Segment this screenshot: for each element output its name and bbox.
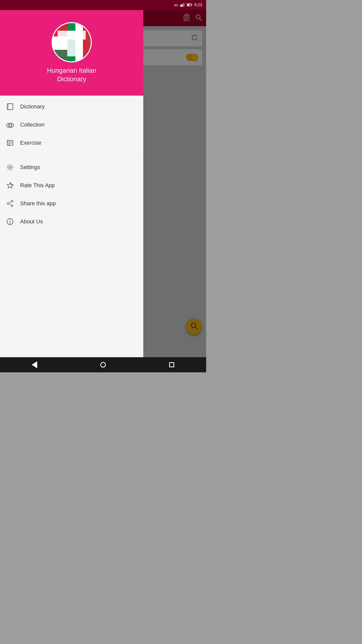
signal-icon bbox=[180, 3, 185, 8]
svg-point-30 bbox=[9, 166, 11, 168]
drawer-menu: Dictionary Collection bbox=[0, 96, 143, 357]
svg-rect-0 bbox=[180, 5, 181, 7]
menu-item-settings[interactable]: Settings bbox=[0, 158, 143, 176]
t-vertical bbox=[67, 31, 76, 56]
menu-item-about[interactable]: About Us bbox=[0, 213, 143, 231]
svg-point-40 bbox=[10, 220, 11, 221]
menu-divider bbox=[0, 155, 143, 155]
drawer-overlay[interactable] bbox=[143, 10, 206, 372]
battery-icon: ⚡ bbox=[187, 3, 192, 7]
settings-label: Settings bbox=[20, 164, 40, 171]
app-logo bbox=[52, 22, 92, 62]
back-icon bbox=[32, 361, 37, 368]
status-bar: 4G ⚡ 9:23 bbox=[0, 0, 206, 10]
exercise-icon bbox=[6, 139, 14, 147]
svg-point-22 bbox=[8, 124, 10, 126]
svg-rect-1 bbox=[182, 4, 183, 7]
home-button[interactable] bbox=[96, 360, 111, 370]
svg-line-36 bbox=[9, 202, 11, 203]
about-icon bbox=[6, 218, 14, 226]
back-button[interactable] bbox=[27, 360, 42, 370]
svg-rect-19 bbox=[7, 104, 9, 110]
svg-text:⚡: ⚡ bbox=[188, 4, 190, 7]
recents-button[interactable] bbox=[164, 360, 179, 370]
about-label: About Us bbox=[20, 218, 43, 225]
exercise-label: Exercise bbox=[20, 140, 41, 146]
dictionary-label: Dictionary bbox=[20, 103, 45, 110]
svg-point-33 bbox=[11, 200, 13, 202]
menu-item-share[interactable]: Share this app bbox=[0, 194, 143, 213]
svg-rect-2 bbox=[183, 3, 184, 7]
menu-section-main: Dictionary Collection bbox=[0, 96, 143, 154]
rate-label: Rate This App bbox=[20, 182, 55, 189]
status-time: 9:23 bbox=[194, 3, 202, 7]
drawer-header: Hungarian Italian Dictionary bbox=[0, 10, 143, 96]
app-name-line2: Dictionary bbox=[47, 75, 97, 84]
status-icons: 4G ⚡ 9:23 bbox=[174, 3, 202, 8]
svg-rect-3 bbox=[184, 3, 185, 7]
svg-point-35 bbox=[7, 203, 9, 205]
svg-rect-5 bbox=[191, 4, 192, 5]
collection-label: Collection bbox=[20, 122, 44, 128]
svg-point-34 bbox=[11, 205, 13, 207]
bottom-navigation bbox=[0, 357, 206, 372]
menu-section-secondary: Settings Rate This App bbox=[0, 156, 143, 233]
menu-item-exercise[interactable]: Exercise bbox=[0, 134, 143, 152]
svg-point-23 bbox=[10, 124, 12, 126]
collection-icon bbox=[6, 121, 14, 129]
svg-rect-29 bbox=[7, 141, 8, 142]
app-name-line1: Hungarian Italian bbox=[47, 66, 97, 75]
menu-item-rate[interactable]: Rate This App bbox=[0, 176, 143, 194]
rate-icon bbox=[6, 181, 14, 189]
svg-marker-31 bbox=[7, 183, 13, 188]
menu-item-collection[interactable]: Collection bbox=[0, 116, 143, 134]
home-icon bbox=[100, 362, 106, 368]
svg-line-37 bbox=[9, 204, 11, 205]
recents-icon bbox=[169, 362, 174, 367]
flag-t-shape bbox=[53, 23, 91, 61]
svg-rect-28 bbox=[7, 140, 8, 141]
share-icon bbox=[6, 199, 14, 208]
share-label: Share this app bbox=[20, 200, 56, 207]
navigation-drawer: Hungarian Italian Dictionary Dictionary bbox=[0, 10, 143, 357]
settings-icon bbox=[6, 163, 14, 171]
app-title: Hungarian Italian Dictionary bbox=[47, 66, 97, 84]
dictionary-icon bbox=[6, 103, 14, 111]
menu-item-dictionary[interactable]: Dictionary bbox=[0, 98, 143, 116]
network-icon: 4G bbox=[174, 3, 178, 7]
